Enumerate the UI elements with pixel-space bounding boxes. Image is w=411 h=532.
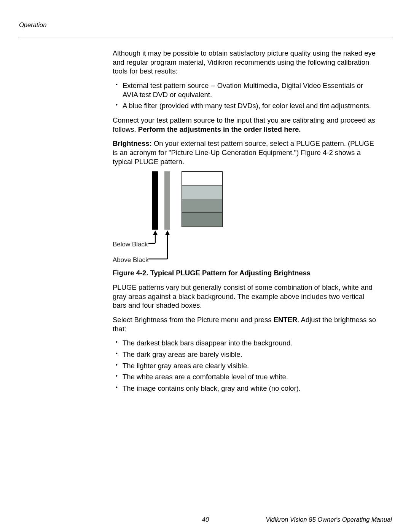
doc-title: Vidikron Vision 85 Owner's Operating Man… [266, 516, 392, 523]
figure-caption: Figure 4-2. Typical PLUGE Pattern for Ad… [113, 268, 379, 278]
box-white [182, 172, 222, 185]
connect-paragraph: Connect your test pattern source to the … [113, 116, 379, 134]
above-black-label: Above Black [113, 256, 149, 264]
pluge-description: PLUGE patterns vary but generally consis… [113, 283, 379, 310]
page: Operation Although it may be possible to… [0, 0, 411, 532]
list-item: The white areas are a comfortable level … [122, 372, 379, 382]
brightness-label: Brightness: [113, 139, 152, 147]
box-dark-gray [182, 213, 222, 227]
list-item: The image contains only black, gray and … [122, 384, 379, 393]
select-pre: Select Brightness from the Picture menu … [113, 316, 274, 324]
header-rule [19, 37, 392, 37]
list-item: The dark gray areas are barely visible. [122, 350, 379, 359]
list-item: The lighter gray areas are clearly visib… [122, 361, 379, 371]
list-item: The darkest black bars disappear into th… [122, 339, 379, 348]
connect-bold: Perform the adjustments in the order lis… [138, 125, 301, 133]
above-black-bar [164, 171, 170, 230]
header-section: Operation [19, 21, 46, 29]
box-light-gray [182, 185, 222, 199]
adjust-list: The darkest black bars disappear into th… [113, 339, 379, 393]
tools-list: External test pattern source -- Ovation … [113, 81, 379, 110]
pluge-figure: Below Black Above Black [113, 171, 265, 268]
box-mid-gray [182, 199, 222, 213]
brightness-paragraph: Brightness: On your external test patter… [113, 139, 379, 166]
above-black-arrow-icon [148, 230, 174, 261]
intro-paragraph: Although it may be possible to obtain sa… [113, 49, 379, 76]
brightness-text: On your external test pattern source, se… [113, 139, 374, 165]
select-bold: ENTER [274, 316, 298, 324]
select-brightness-paragraph: Select Brightness from the Picture menu … [113, 315, 379, 333]
below-black-label: Below Black [113, 240, 148, 249]
gray-scale-boxes [182, 171, 223, 227]
below-black-bar [152, 171, 158, 230]
main-content: Although it may be possible to obtain sa… [113, 49, 379, 398]
list-item: A blue filter (provided with many test D… [122, 101, 379, 110]
page-number: 40 [202, 516, 209, 523]
list-item: External test pattern source -- Ovation … [122, 81, 379, 99]
